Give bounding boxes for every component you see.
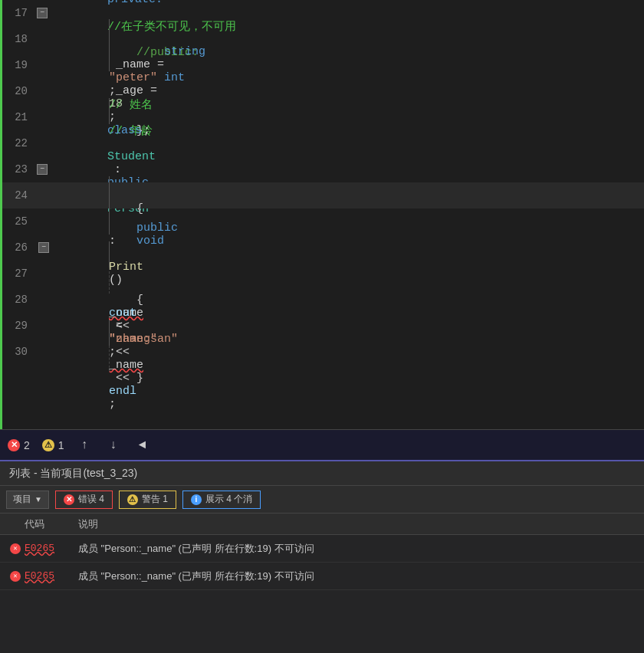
keyword-int: int — [109, 71, 185, 84]
error-panel: 列表 - 当前项目(test_3_23) 项目 ▼ ✕ 错误 4 ⚠ 警告 1 … — [0, 460, 644, 653]
error-status[interactable]: ✕ 2 — [8, 439, 30, 451]
collapse-icon-26[interactable]: − — [38, 242, 49, 253]
warning-icon: ⚠ — [42, 439, 54, 451]
project-filter-dropdown[interactable]: 项目 ▼ — [6, 491, 49, 509]
line-number-22: 22 — [2, 137, 37, 149]
error-description-1: 成员 "Person::_name" (已声明 所在行数:19) 不可访问 — [78, 569, 638, 583]
line-number-19: 19 — [2, 59, 37, 71]
warning-filter-button[interactable]: ⚠ 警告 1 — [119, 491, 176, 509]
info-icon: i — [191, 494, 202, 505]
arrow-down-button[interactable]: ↓ — [105, 437, 122, 454]
spacing — [109, 294, 164, 307]
class-name-student: Student — [107, 150, 156, 163]
warning-count: 1 — [58, 439, 64, 451]
col-header-desc: 说明 — [78, 517, 638, 531]
code-line-30: 30 } — [2, 339, 644, 365]
error-code-1: E0265 — [25, 570, 78, 582]
error-code-0: E0265 — [25, 543, 78, 554]
info-filter-button[interactable]: i 展示 4 个消 — [182, 491, 261, 509]
keyword: private: — [107, 0, 163, 6]
chevron-down-icon: ▼ — [34, 495, 42, 504]
line-number-27: 27 — [2, 267, 37, 280]
line-number-24: 24 — [2, 189, 37, 202]
line-content-30: } — [51, 307, 644, 398]
line-number-26: 26 — [2, 241, 37, 254]
error-row-0[interactable]: ✕ E0265 成员 "Person::_name" (已声明 所在行数:19)… — [0, 535, 644, 563]
line-number-20: 20 — [2, 85, 37, 97]
error-count: 2 — [24, 439, 30, 451]
row-error-icon-0: ✕ — [6, 543, 25, 554]
warning-icon: ⚠ — [127, 494, 138, 505]
error-icon: ✕ — [64, 494, 74, 505]
panel-toolbar: 项目 ▼ ✕ 错误 4 ⚠ 警告 1 i 展示 4 个消 — [0, 486, 644, 514]
warning-status[interactable]: ⚠ 1 — [42, 439, 64, 451]
error-row-1[interactable]: ✕ E0265 成员 "Person::_name" (已声明 所在行数:19)… — [0, 563, 644, 590]
info-filter-label: 展示 4 个消 — [205, 493, 252, 506]
brace-close: } — [109, 372, 143, 385]
col-header-code: 代码 — [25, 517, 78, 531]
spacing — [107, 137, 114, 150]
error-icon: ✕ — [8, 439, 20, 451]
collapse-icon-23[interactable]: − — [37, 164, 48, 175]
panel-table-header: 代码 说明 — [0, 514, 644, 535]
line-number-17: 17 — [2, 7, 37, 19]
keyword-class: class — [107, 124, 142, 137]
arrow-left-button[interactable]: ◄ — [134, 437, 151, 454]
error-filter-label: 错误 4 — [78, 493, 104, 506]
line-number-25: 25 — [2, 215, 37, 228]
line-number-28: 28 — [2, 294, 37, 306]
line-number-21: 21 — [2, 111, 37, 123]
error-description-0: 成员 "Person::_name" (已声明 所在行数:19) 不可访问 — [78, 542, 638, 556]
panel-rows: ✕ E0265 成员 "Person::_name" (已声明 所在行数:19)… — [0, 535, 644, 653]
code-editor: 17 − private: //在子类不可见，不可用 18 //public: … — [0, 0, 644, 429]
line-number-29: 29 — [2, 320, 37, 332]
collapse-icon-17[interactable]: − — [37, 8, 48, 18]
code-lines: 17 − private: //在子类不可见，不可用 18 //public: … — [2, 0, 644, 429]
panel-title: 列表 - 当前项目(test_3_23) — [9, 467, 137, 481]
semicolon: ; — [109, 398, 116, 411]
warning-filter-label: 警告 1 — [142, 493, 168, 506]
line-number-30: 30 — [2, 346, 37, 358]
line-number-23: 23 — [2, 163, 37, 176]
status-bar: ✕ 2 ⚠ 1 ↑ ↓ ◄ — [0, 429, 644, 460]
panel-header: 列表 - 当前项目(test_3_23) — [0, 461, 644, 486]
line-number-18: 18 — [2, 33, 37, 45]
arrow-up-button[interactable]: ↑ — [77, 437, 94, 454]
dropdown-label: 项目 — [13, 493, 31, 506]
error-filter-button[interactable]: ✕ 错误 4 — [55, 491, 113, 509]
row-error-icon-1: ✕ — [6, 571, 25, 582]
